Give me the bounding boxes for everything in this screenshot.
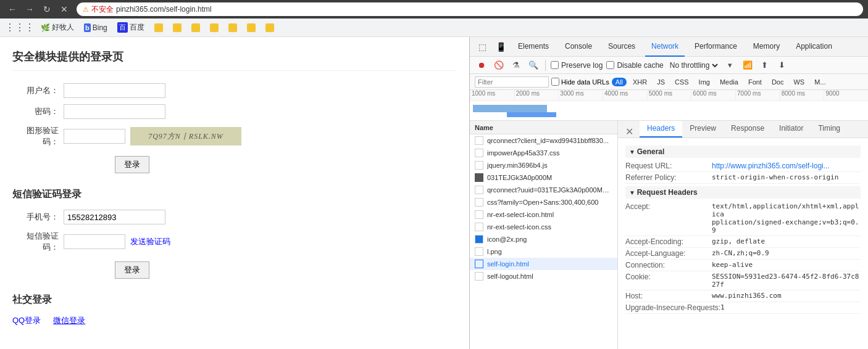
bookmark-10[interactable]: [262, 22, 278, 33]
network-item[interactable]: 031TEJGk3A0p000M: [470, 171, 617, 184]
close-button[interactable]: ✕: [57, 2, 72, 17]
tab-sources[interactable]: Sources: [602, 37, 641, 57]
timeline-bar-area: [470, 101, 868, 121]
preserve-log-label[interactable]: Preserve log: [551, 61, 603, 70]
bookmark-7[interactable]: [206, 22, 222, 33]
reload-button[interactable]: ↻: [40, 2, 54, 17]
send-sms-button[interactable]: 发送验证码: [130, 236, 170, 247]
timeline-ruler: 1000 ms 2000 ms 3000 ms 4000 ms 5000 ms …: [470, 90, 868, 101]
tab-performance[interactable]: Performance: [688, 37, 743, 57]
record-button[interactable]: ⏺: [475, 59, 488, 72]
clear-button[interactable]: 🚫: [492, 59, 506, 72]
captcha-image[interactable]: 7Q97方N丨RSLK.NW: [130, 127, 241, 146]
tab-console[interactable]: Console: [559, 37, 598, 57]
throttle-select[interactable]: No throttling: [667, 60, 720, 70]
filter-css[interactable]: CSS: [671, 78, 693, 86]
filter-media[interactable]: Media: [716, 78, 742, 86]
tab-application[interactable]: Application: [790, 37, 838, 57]
network-item[interactable]: nr-ext-select-icon.css: [470, 221, 617, 233]
sms-login-button[interactable]: 登录: [115, 261, 149, 279]
referrer-policy-key: Referrer Policy:: [625, 173, 712, 182]
password-input[interactable]: [64, 104, 165, 119]
address-text: pinzhi365.com/self-login.html: [116, 5, 212, 14]
forward-button[interactable]: →: [22, 2, 37, 17]
tab-headers[interactable]: Headers: [640, 121, 682, 138]
disable-cache-label[interactable]: Disable cache: [606, 61, 663, 70]
upgrade-key: Upgrade-Insecure-Requests:: [625, 303, 720, 312]
wechat-login-link[interactable]: 微信登录: [53, 315, 85, 326]
filter-m[interactable]: M...: [811, 78, 829, 86]
general-section-header[interactable]: General: [625, 146, 861, 158]
bookmark-label: 百度: [130, 22, 144, 33]
network-item[interactable]: qrconnect?uuid=031TEJGk3A0p000M&...: [470, 184, 617, 196]
tab-preview[interactable]: Preview: [682, 121, 724, 138]
network-item[interactable]: impowerApp45a337.css: [470, 147, 617, 159]
address-bar[interactable]: ⚠ 不安全 pinzhi365.com/self-login.html: [77, 2, 863, 16]
filter-img[interactable]: Img: [695, 78, 714, 86]
network-item[interactable]: self-logout.html: [470, 270, 617, 282]
back-button[interactable]: ←: [5, 2, 20, 17]
tick-6: 6000 ms: [691, 90, 735, 101]
network-item[interactable]: l.png: [470, 245, 617, 258]
username-input[interactable]: [64, 83, 165, 98]
devtools-device-icon[interactable]: 📱: [493, 39, 508, 54]
filter-js[interactable]: JS: [653, 78, 669, 86]
preserve-log-checkbox[interactable]: [551, 61, 559, 69]
network-item-name: css?family=Open+Sans:300,400,600: [487, 199, 612, 206]
search-button[interactable]: 🔍: [527, 59, 540, 72]
phone-input[interactable]: [64, 210, 165, 224]
upload-icon[interactable]: ⬆: [758, 59, 772, 72]
bookmark-bing[interactable]: b Bing: [80, 22, 111, 33]
timeline-area[interactable]: 1000 ms 2000 ms 3000 ms 4000 ms 5000 ms …: [470, 90, 868, 121]
host-value: www.pinzhi365.com: [712, 292, 782, 300]
network-item-name: l.png: [487, 248, 612, 255]
page-content: 安全模块提供的登录页 用户名： 密码： 图形验证码： 7Q97方N丨RSLK.N…: [0, 37, 469, 349]
tab-response[interactable]: Response: [724, 121, 772, 138]
filter-xhr[interactable]: XHR: [629, 78, 651, 86]
disable-cache-checkbox[interactable]: [606, 61, 614, 69]
qq-login-link[interactable]: QQ登录: [12, 315, 41, 326]
bookmark-baidu[interactable]: 百 百度: [114, 21, 148, 34]
tab-elements[interactable]: Elements: [512, 37, 555, 57]
network-item[interactable]: nr-ext-select-icon.html: [470, 208, 617, 221]
request-headers-section-header[interactable]: Request Headers: [625, 186, 861, 199]
filter-font[interactable]: Font: [745, 78, 766, 86]
network-list: Name qrconnect?client_id=wxd99431bbff830…: [470, 121, 618, 349]
network-item-name: nr-ext-select-icon.css: [487, 223, 612, 231]
wifi-icon[interactable]: 📶: [741, 59, 754, 72]
download-icon[interactable]: ⬇: [775, 59, 789, 72]
filter-input[interactable]: [475, 76, 549, 88]
bookmark-6[interactable]: [188, 22, 204, 33]
filter-ws[interactable]: WS: [790, 78, 808, 86]
bookmark-9[interactable]: [243, 22, 259, 33]
referrer-policy-value: strict-origin-when-cross-origin: [712, 173, 838, 182]
tab-timing[interactable]: Timing: [811, 121, 848, 138]
throttle-chevron[interactable]: ▾: [724, 59, 737, 72]
filter-doc[interactable]: Doc: [768, 78, 788, 86]
hide-data-urls-label[interactable]: Hide data URLs: [551, 78, 609, 86]
filter-all-badge[interactable]: All: [612, 78, 627, 86]
social-section: 社交登录 QQ登录 微信登录: [12, 294, 457, 326]
filter-icon-button[interactable]: ⚗: [509, 59, 523, 72]
apps-icon[interactable]: ⋮⋮⋮: [5, 22, 35, 33]
tab-network[interactable]: Network: [645, 37, 685, 57]
network-item[interactable]: icon@2x.png: [470, 233, 617, 245]
devtools-inspect-icon[interactable]: ⬚: [475, 39, 490, 54]
file-icon: [475, 136, 483, 145]
tab-initiator[interactable]: Initiator: [772, 121, 811, 138]
network-item[interactable]: css?family=Open+Sans:300,400,600: [470, 196, 617, 208]
sms-input[interactable]: [64, 234, 125, 249]
network-item[interactable]: jquery.min3696b4.js: [470, 159, 617, 171]
network-item[interactable]: qrconnect?client_id=wxd99431bbff830...: [470, 134, 617, 147]
close-details-button[interactable]: ✕: [623, 126, 636, 138]
bookmark-haomuren[interactable]: 🌿 好牧人: [37, 21, 78, 34]
login-button[interactable]: 登录: [115, 156, 149, 173]
network-item-selected[interactable]: self-login.html: [470, 258, 617, 270]
hide-data-urls-checkbox[interactable]: [551, 78, 559, 86]
bookmark-5[interactable]: [169, 22, 185, 33]
bookmark-4[interactable]: [151, 22, 167, 33]
bookmark-8[interactable]: [225, 22, 241, 33]
captcha-input[interactable]: [64, 129, 125, 144]
tab-memory[interactable]: Memory: [747, 37, 786, 57]
file-icon: [475, 247, 483, 256]
